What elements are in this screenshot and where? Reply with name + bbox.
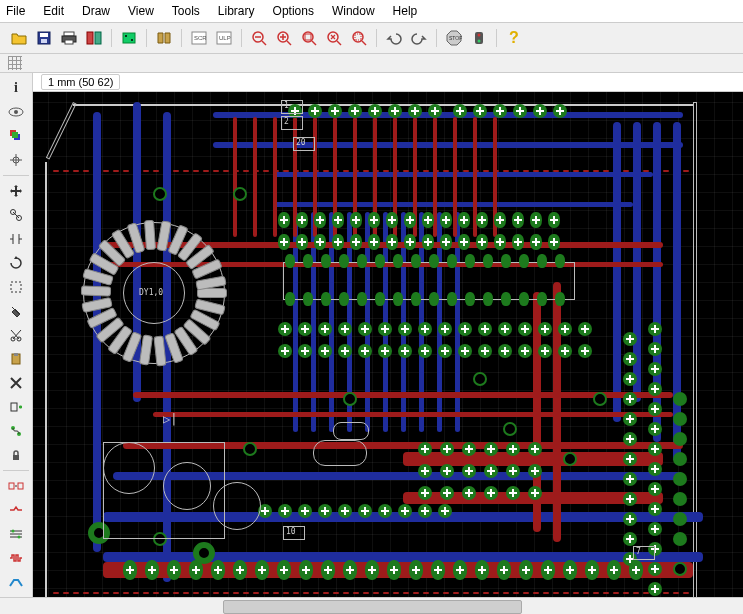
menu-help[interactable]: Help xyxy=(393,4,418,18)
zoom-fit-icon[interactable] xyxy=(298,27,320,49)
mark-tool-icon[interactable] xyxy=(3,148,29,172)
menu-bar: File Edit Draw View Tools Library Option… xyxy=(0,0,743,23)
script-icon[interactable]: SCR xyxy=(188,27,210,49)
svg-rect-54 xyxy=(13,455,19,460)
optimize-tool-icon[interactable] xyxy=(3,522,29,546)
svg-point-33 xyxy=(478,34,481,37)
svg-point-34 xyxy=(478,40,481,43)
paste-tool-icon[interactable] xyxy=(3,347,29,371)
board-canvas[interactable]: DY1,01220107▷| xyxy=(33,92,743,614)
change-tool-icon[interactable] xyxy=(3,299,29,323)
pinswap-tool-icon[interactable] xyxy=(3,419,29,443)
svg-rect-56 xyxy=(18,483,23,489)
grid-indicator-icon[interactable] xyxy=(8,56,22,70)
svg-point-57 xyxy=(12,530,15,533)
save-icon[interactable] xyxy=(33,27,55,49)
menu-options[interactable]: Options xyxy=(273,4,314,18)
menu-view[interactable]: View xyxy=(128,4,154,18)
canvas-status-bar: 1 mm (50 62) xyxy=(33,73,743,92)
info-tool-icon[interactable]: i xyxy=(3,76,29,100)
split-tool-icon[interactable] xyxy=(3,498,29,522)
cam-icon[interactable] xyxy=(83,27,105,49)
delete-tool-icon[interactable] xyxy=(3,371,29,395)
menu-file[interactable]: File xyxy=(6,4,25,18)
svg-rect-3 xyxy=(64,32,74,36)
library-icon[interactable] xyxy=(153,27,175,49)
go-icon[interactable] xyxy=(468,27,490,49)
svg-rect-46 xyxy=(11,282,21,292)
svg-line-45 xyxy=(13,212,19,218)
svg-point-9 xyxy=(125,35,127,37)
svg-line-23 xyxy=(312,41,316,45)
display-layers-icon[interactable] xyxy=(3,124,29,148)
svg-text:STOP: STOP xyxy=(449,35,462,41)
svg-point-36 xyxy=(14,110,18,114)
svg-text:ULP: ULP xyxy=(219,35,231,41)
zoom-redraw-icon[interactable] xyxy=(323,27,345,49)
zoom-select-icon[interactable] xyxy=(348,27,370,49)
menu-window[interactable]: Window xyxy=(332,4,375,18)
cut-tool-icon[interactable] xyxy=(3,323,29,347)
svg-rect-24 xyxy=(305,34,311,40)
svg-rect-2 xyxy=(41,39,47,43)
replace-tool-icon[interactable] xyxy=(3,474,29,498)
open-icon[interactable] xyxy=(8,27,30,49)
svg-rect-51 xyxy=(11,403,17,411)
svg-text:SCR: SCR xyxy=(194,35,207,41)
svg-line-19 xyxy=(287,41,291,45)
mirror-tool-icon[interactable] xyxy=(3,227,29,251)
rotate-tool-icon[interactable] xyxy=(3,251,29,275)
board-icon[interactable] xyxy=(118,27,140,49)
svg-rect-29 xyxy=(355,34,361,40)
move-tool-icon[interactable] xyxy=(3,179,29,203)
left-toolbox: i T = ! xyxy=(0,73,33,614)
copy-tool-icon[interactable] xyxy=(3,203,29,227)
route-tool-icon[interactable] xyxy=(3,570,29,594)
zoom-out-icon[interactable] xyxy=(248,27,270,49)
svg-rect-5 xyxy=(65,40,73,44)
menu-edit[interactable]: Edit xyxy=(43,4,64,18)
help-icon[interactable]: ? xyxy=(503,27,525,49)
top-toolbar: SCR ULP STOP ? xyxy=(0,23,743,54)
svg-line-28 xyxy=(362,41,366,45)
menu-library[interactable]: Library xyxy=(218,4,255,18)
menu-tools[interactable]: Tools xyxy=(172,4,200,18)
grid-readout: 1 mm (50 62) xyxy=(41,74,120,90)
parameter-toolbar xyxy=(0,54,743,73)
menu-draw[interactable]: Draw xyxy=(82,4,110,18)
svg-point-10 xyxy=(131,39,133,41)
show-tool-icon[interactable] xyxy=(3,100,29,124)
svg-rect-1 xyxy=(40,33,48,37)
add-tool-icon[interactable] xyxy=(3,395,29,419)
svg-rect-39 xyxy=(12,132,18,138)
svg-rect-6 xyxy=(87,32,93,44)
svg-rect-50 xyxy=(14,353,18,356)
canvas-area: 1 mm (50 62) DY1,01220107▷| xyxy=(33,73,743,614)
print-icon[interactable] xyxy=(58,27,80,49)
zoom-in-icon[interactable] xyxy=(273,27,295,49)
svg-line-16 xyxy=(262,41,266,45)
undo-icon[interactable] xyxy=(383,27,405,49)
svg-rect-8 xyxy=(123,33,135,43)
redo-icon[interactable] xyxy=(408,27,430,49)
svg-rect-7 xyxy=(95,32,101,44)
svg-line-26 xyxy=(337,41,341,45)
svg-point-58 xyxy=(18,536,21,539)
group-tool-icon[interactable] xyxy=(3,275,29,299)
svg-rect-55 xyxy=(9,483,14,489)
lock-tool-icon[interactable] xyxy=(3,443,29,467)
horizontal-scrollbar[interactable] xyxy=(0,597,743,614)
ulp-icon[interactable]: ULP xyxy=(213,27,235,49)
meander-tool-icon[interactable] xyxy=(3,546,29,570)
part-label: DY1,0 xyxy=(139,288,163,297)
stop-icon[interactable]: STOP xyxy=(443,27,465,49)
